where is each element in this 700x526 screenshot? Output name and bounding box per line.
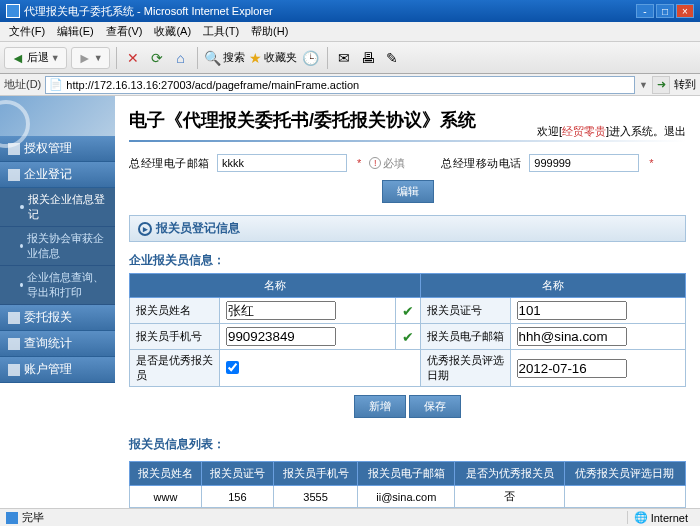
bullet-icon bbox=[20, 205, 24, 209]
minimize-button[interactable]: - bbox=[636, 4, 654, 18]
th-name: 名称 bbox=[130, 274, 421, 298]
back-button[interactable]: ◄后退▼ bbox=[4, 47, 67, 69]
col-excellent: 是否为优秀报关员 bbox=[455, 462, 564, 486]
lbl-demail: 报关员电子邮箱 bbox=[420, 324, 510, 350]
star-icon: ★ bbox=[249, 50, 262, 66]
forward-arrow-icon: ► bbox=[78, 50, 92, 66]
lbl-mobile: 报关员手机号 bbox=[130, 324, 220, 350]
menu-view[interactable]: 查看(V) bbox=[101, 22, 148, 41]
separator bbox=[116, 47, 117, 69]
chevron-down-icon[interactable]: ▼ bbox=[639, 80, 648, 90]
status-text: 完毕 bbox=[22, 510, 44, 525]
search-icon: 🔍 bbox=[204, 50, 221, 66]
page-icon bbox=[6, 512, 18, 524]
home-button[interactable]: ⌂ bbox=[171, 48, 191, 68]
chevron-down-icon: ▼ bbox=[94, 53, 103, 63]
forward-button[interactable]: ►▼ bbox=[71, 47, 110, 69]
phone-input[interactable] bbox=[529, 154, 639, 172]
favorites-button[interactable]: ★收藏夹 bbox=[249, 50, 297, 66]
mobile-input[interactable] bbox=[226, 327, 336, 346]
menu-edit[interactable]: 编辑(E) bbox=[52, 22, 99, 41]
menu-help[interactable]: 帮助(H) bbox=[246, 22, 293, 41]
date-input[interactable] bbox=[517, 359, 627, 378]
maximize-button[interactable]: □ bbox=[656, 4, 674, 18]
menu-fav[interactable]: 收藏(A) bbox=[149, 22, 196, 41]
main-panel: 电子《代理报关委托书/委托报关协议》系统 欢迎[经贸零贵]进入系统。退出 总经理… bbox=[115, 96, 700, 510]
address-bar: 地址(D) 📄 http://172.16.13.16:27003/acd/pa… bbox=[0, 74, 700, 96]
app-icon bbox=[6, 4, 20, 18]
lbl-cert: 报关员证号 bbox=[420, 298, 510, 324]
go-label: 转到 bbox=[674, 77, 696, 92]
excellent-checkbox[interactable] bbox=[226, 361, 239, 374]
col-email: 报关员电子邮箱 bbox=[358, 462, 455, 486]
name-input[interactable] bbox=[226, 301, 336, 320]
email-input[interactable] bbox=[217, 154, 347, 172]
url-input[interactable]: 📄 http://172.16.13.16:27003/acd/pagefram… bbox=[45, 76, 635, 94]
go-button[interactable]: ➜ bbox=[652, 76, 670, 94]
content-area: 授权管理 企业登记 报关企业信息登记 报关协会审获企业信息 企业信息查询、导出和… bbox=[0, 96, 700, 510]
url-text: http://172.16.13.16:27003/acd/pageframe/… bbox=[66, 79, 359, 91]
lbl-name: 报关员姓名 bbox=[130, 298, 220, 324]
demail-input[interactable] bbox=[517, 327, 627, 346]
required-mark: * bbox=[357, 157, 361, 169]
save-button[interactable]: 保存 bbox=[409, 395, 461, 418]
chevron-down-icon: ▼ bbox=[51, 53, 60, 63]
logo-area bbox=[0, 96, 115, 136]
edit-button[interactable]: ✎ bbox=[382, 48, 402, 68]
col-mobile: 报关员手机号 bbox=[273, 462, 357, 486]
go-arrow-icon: ➜ bbox=[657, 78, 666, 91]
menu-file[interactable]: 文件(F) bbox=[4, 22, 50, 41]
sidebar-sub-audit[interactable]: 报关协会审获企业信息 bbox=[0, 227, 115, 266]
window-titlebar: 代理报关电子委托系统 - Microsoft Internet Explorer… bbox=[0, 0, 700, 22]
search-button[interactable]: 🔍搜索 bbox=[204, 50, 245, 66]
cert-input[interactable] bbox=[517, 301, 627, 320]
sidebar-item-register[interactable]: 企业登记 bbox=[0, 162, 115, 188]
window-title: 代理报关电子委托系统 - Microsoft Internet Explorer bbox=[24, 4, 636, 19]
declarant-form-table: 名称名称 报关员姓名 ✔ 报关员证号 报关员手机号 ✔ 报关员电子邮箱 是否是优… bbox=[129, 273, 686, 387]
check-icon: ✔ bbox=[402, 303, 414, 319]
section-header: ▸ 报关员登记信息 bbox=[129, 215, 686, 242]
edit-icon: ✎ bbox=[386, 50, 398, 66]
folder-icon bbox=[8, 312, 20, 324]
check-icon: ✔ bbox=[402, 329, 414, 345]
refresh-button[interactable]: ⟳ bbox=[147, 48, 167, 68]
sidebar: 授权管理 企业登记 报关企业信息登记 报关协会审获企业信息 企业信息查询、导出和… bbox=[0, 96, 115, 510]
email-label: 总经理电子邮箱 bbox=[129, 156, 209, 171]
sidebar-item-entrust[interactable]: 委托报关 bbox=[0, 305, 115, 331]
globe-icon: 🌐 bbox=[634, 511, 648, 524]
print-button[interactable]: 🖶 bbox=[358, 48, 378, 68]
divider bbox=[129, 140, 686, 142]
section-title: 报关员登记信息 bbox=[156, 220, 240, 237]
declarant-list-table: 报关员姓名 报关员证号 报关员手机号 报关员电子邮箱 是否为优秀报关员 优秀报关… bbox=[129, 461, 686, 510]
sidebar-sub-company-register[interactable]: 报关企业信息登记 bbox=[0, 188, 115, 227]
menu-tool[interactable]: 工具(T) bbox=[198, 22, 244, 41]
folder-icon bbox=[8, 338, 20, 350]
toolbar: ◄后退▼ ►▼ ✕ ⟳ ⌂ 🔍搜索 ★收藏夹 🕒 ✉ 🖶 ✎ bbox=[0, 42, 700, 74]
user-link[interactable]: 经贸零贵 bbox=[562, 125, 606, 137]
add-button[interactable]: 新增 bbox=[354, 395, 406, 418]
button-row: 新增 保存 bbox=[115, 387, 700, 426]
status-bar: 完毕 🌐Internet bbox=[0, 508, 700, 526]
folder-icon bbox=[8, 169, 20, 181]
sidebar-item-account[interactable]: 账户管理 bbox=[0, 357, 115, 383]
col-cert: 报关员证号 bbox=[201, 462, 273, 486]
table-row[interactable]: www1563555ii@sina.com否 bbox=[130, 486, 686, 508]
subtitle-list: 报关员信息列表： bbox=[115, 426, 700, 457]
zone-indicator: 🌐Internet bbox=[627, 511, 694, 524]
stop-button[interactable]: ✕ bbox=[123, 48, 143, 68]
info-icon: ! bbox=[369, 157, 381, 169]
required-mark: * bbox=[649, 157, 653, 169]
home-icon: ⌂ bbox=[176, 50, 184, 66]
edit-button[interactable]: 编辑 bbox=[382, 180, 434, 203]
must-fill: !必填 bbox=[369, 156, 405, 171]
print-icon: 🖶 bbox=[361, 50, 375, 66]
sidebar-sub-query[interactable]: 企业信息查询、导出和打印 bbox=[0, 266, 115, 305]
history-button[interactable]: 🕒 bbox=[301, 48, 321, 68]
section-icon: ▸ bbox=[138, 222, 152, 236]
folder-icon bbox=[8, 143, 20, 155]
close-button[interactable]: × bbox=[676, 4, 694, 18]
sidebar-item-stats[interactable]: 查询统计 bbox=[0, 331, 115, 357]
mail-button[interactable]: ✉ bbox=[334, 48, 354, 68]
separator bbox=[327, 47, 328, 69]
bullet-icon bbox=[20, 283, 23, 287]
